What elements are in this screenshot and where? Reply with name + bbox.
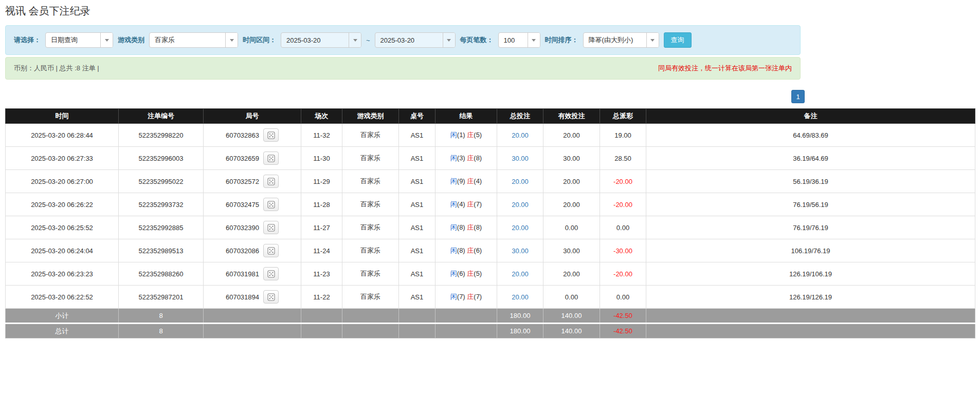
result-cell: 闲(4) 庄(7) (435, 193, 497, 216)
date-to-input[interactable]: 2025-03-20 (375, 32, 456, 48)
chevron-down-icon (105, 39, 109, 42)
time-sort-select[interactable]: 降幂(由大到小) (583, 32, 659, 48)
pagination-page-1-button[interactable]: 1 (791, 90, 805, 103)
header-payout: 总派彩 (600, 109, 646, 124)
table-no-cell: AS1 (399, 286, 435, 309)
round-detail-button[interactable] (263, 152, 279, 165)
result-player: 闲 (450, 247, 457, 254)
total-bet-link: 20.00 (512, 224, 529, 232)
game-type-cell: 百家乐 (342, 239, 399, 262)
game-type-cell: 百家乐 (342, 124, 399, 147)
round-detail-button[interactable] (263, 290, 279, 304)
total-bet-link: 30.00 (512, 247, 529, 255)
result-banker-score: (5) (474, 270, 482, 277)
round-detail-button[interactable] (263, 221, 279, 234)
round-cell: 607031981 (204, 262, 301, 286)
header-table-no: 桌号 (399, 109, 435, 124)
total-bet-cell[interactable]: 20.00 (497, 262, 543, 286)
page-size-select[interactable]: 100 (498, 32, 540, 48)
subtotal-valid-bet: 140.00 (543, 309, 600, 324)
round-cell: 607031894 (204, 286, 301, 309)
result-banker-score: (6) (474, 247, 482, 254)
time-sort-label: 时间排序： (545, 35, 578, 45)
result-cell: 闲(6) 庄(5) (435, 262, 497, 286)
date-from-caret-button[interactable] (349, 33, 361, 47)
round-detail-button[interactable] (263, 175, 279, 188)
table-no-cell: AS1 (399, 147, 435, 170)
search-button[interactable]: 查询 (664, 32, 692, 48)
date-from-input[interactable]: 2025-03-20 (281, 32, 361, 48)
result-player-score: (6) (457, 270, 465, 277)
pagination: 1 (5, 90, 805, 103)
result-banker-score: (7) (474, 293, 482, 300)
result-player: 闲 (450, 270, 457, 277)
total-bet-cell[interactable]: 20.00 (497, 193, 543, 216)
time-sort-caret-button[interactable] (646, 33, 659, 47)
table-row: 2025-03-20 06:26:22 522352993732 6070324… (6, 193, 975, 216)
game-type-select[interactable]: 百家乐 (149, 32, 238, 48)
session-cell: 11-24 (301, 239, 342, 262)
result-banker: 庄 (467, 270, 474, 277)
result-banker: 庄 (467, 223, 474, 231)
session-cell: 11-32 (301, 124, 342, 147)
total-label: 总计 (6, 324, 119, 338)
query-type-select[interactable]: 日期查询 (45, 32, 113, 48)
game-type-label: 游戏类别 (118, 35, 144, 45)
total-bet-cell[interactable]: 20.00 (497, 216, 543, 239)
game-type-value: 百家乐 (150, 33, 225, 47)
round-id: 607032863 (226, 131, 259, 139)
remark-cell: 76.19/56.19 (646, 193, 975, 216)
round-detail-button[interactable] (263, 198, 279, 211)
total-bet-cell[interactable]: 20.00 (497, 286, 543, 309)
payout-value: -20.00 (613, 270, 632, 278)
result-player-score: (1) (457, 131, 465, 139)
round-cell: 607032390 (204, 216, 301, 239)
result-cell: 闲(7) 庄(7) (435, 286, 497, 309)
chevron-down-icon (353, 39, 357, 42)
dice-icon (267, 178, 275, 185)
valid-bet-notice: 同局有效投注，统一计算在该局第一张注单内 (658, 64, 792, 73)
round-detail-button[interactable] (263, 267, 279, 280)
bet-id-cell: 522352993732 (119, 193, 204, 216)
total-bet-cell[interactable]: 30.00 (497, 239, 543, 262)
round-cell: 607032475 (204, 193, 301, 216)
page-size-value: 100 (499, 33, 528, 47)
table-no-cell: AS1 (399, 239, 435, 262)
result-player-score: (8) (457, 223, 465, 231)
result-player-score: (7) (457, 293, 465, 300)
game-type-cell: 百家乐 (342, 216, 399, 239)
total-bet-link: 20.00 (512, 270, 529, 278)
table-row: 2025-03-20 06:23:23 522352988260 6070319… (6, 262, 975, 286)
dice-icon (267, 201, 275, 209)
payout-cell: 28.50 (600, 147, 646, 170)
table-no-cell: AS1 (399, 262, 435, 286)
header-time: 时间 (6, 109, 119, 124)
game-type-caret-button[interactable] (225, 33, 238, 47)
result-cell: 闲(1) 庄(5) (435, 124, 497, 147)
table-no-cell: AS1 (399, 216, 435, 239)
dice-icon (267, 247, 275, 255)
total-bet-cell[interactable]: 30.00 (497, 147, 543, 170)
round-detail-button[interactable] (263, 244, 279, 257)
result-banker-score: (7) (474, 200, 482, 208)
result-cell: 闲(8) 庄(6) (435, 239, 497, 262)
page-size-caret-button[interactable] (528, 33, 540, 47)
round-cell: 607032659 (204, 147, 301, 170)
total-bet-link: 30.00 (512, 155, 529, 162)
chevron-down-icon (532, 39, 536, 42)
page-size-label: 每页笔数： (460, 35, 494, 45)
total-bet-cell[interactable]: 20.00 (497, 170, 543, 193)
query-type-value: 日期查询 (46, 33, 100, 47)
header-round-id: 局号 (204, 109, 301, 124)
date-to-caret-button[interactable] (443, 33, 455, 47)
bet-id-cell: 522352998220 (119, 124, 204, 147)
table-row: 2025-03-20 06:25:52 522352992885 6070323… (6, 216, 975, 239)
query-type-caret-button[interactable] (100, 33, 113, 47)
time-cell: 2025-03-20 06:28:44 (6, 124, 119, 147)
payout-value: -20.00 (613, 178, 632, 185)
table-body: 2025-03-20 06:28:44 522352998220 6070328… (6, 124, 975, 309)
total-bet-cell[interactable]: 20.00 (497, 124, 543, 147)
date-to-value: 2025-03-20 (375, 33, 443, 47)
time-cell: 2025-03-20 06:25:52 (6, 216, 119, 239)
round-detail-button[interactable] (263, 128, 279, 142)
